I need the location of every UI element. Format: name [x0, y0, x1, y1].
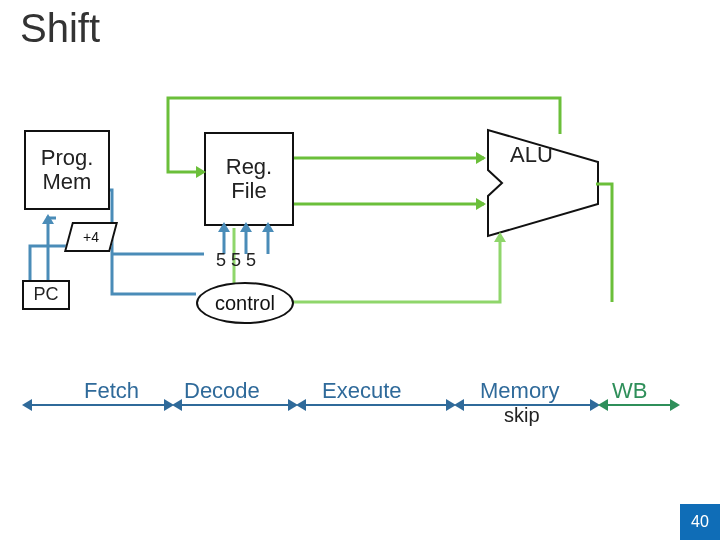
arrowhead-icon — [262, 222, 274, 232]
pc-block: PC — [22, 280, 70, 310]
arrowhead-icon — [172, 399, 182, 411]
plus4-block: +4 — [64, 222, 118, 252]
arrowhead-icon — [42, 214, 54, 224]
arrowhead-icon — [454, 399, 464, 411]
arrowhead-icon — [598, 399, 608, 411]
wires-loop — [0, 0, 720, 540]
control-block: control — [196, 282, 294, 324]
arrowhead-icon — [296, 399, 306, 411]
arrowhead-icon — [218, 222, 230, 232]
reg-file-block: Reg. File — [204, 132, 294, 226]
arrowhead-icon — [494, 232, 506, 242]
control-label: control — [215, 292, 275, 315]
arrowhead-icon — [196, 166, 206, 178]
stage-arrows — [0, 398, 720, 412]
arrowhead-icon — [476, 198, 486, 210]
arrowhead-icon — [476, 152, 486, 164]
arrowhead-icon — [22, 399, 32, 411]
alu-label: ALU — [510, 142, 553, 168]
prog-mem-block: Prog. Mem — [24, 130, 110, 210]
arrowhead-icon — [240, 222, 252, 232]
arrowhead-icon — [670, 399, 680, 411]
page-number: 40 — [680, 504, 720, 540]
bit-widths-label: 5 5 5 — [216, 250, 256, 271]
